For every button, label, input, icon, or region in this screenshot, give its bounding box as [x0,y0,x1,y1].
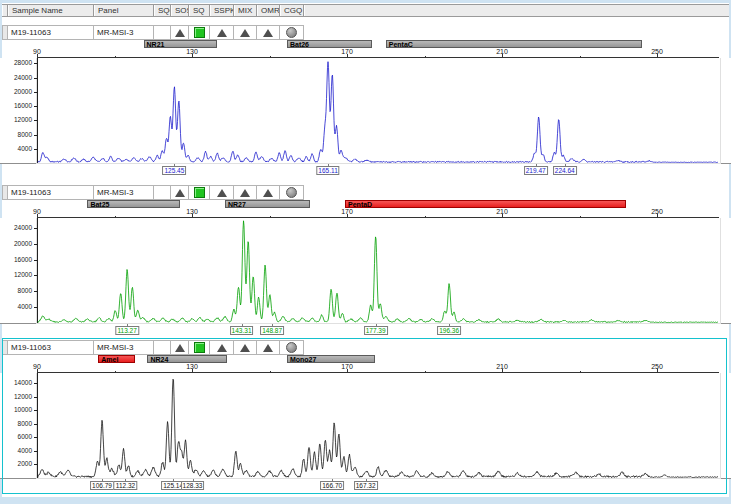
flag-cell-SOS[interactable] [171,185,189,200]
sample-row[interactable]: M19-11063 MR-MSI-3 [2,340,729,355]
allele-size-label[interactable]: 125.45 [162,166,186,175]
sample-name-cell[interactable]: M19-11063 [8,185,94,200]
header-col-OMR: OMR [257,5,280,16]
flag-cell-OMR[interactable] [257,340,280,355]
triangle-icon [175,29,185,37]
triangle-icon [217,189,227,197]
allele-size-label[interactable]: 196.36 [437,326,461,335]
allele-size-label[interactable]: 165.11 [316,166,339,175]
row-filler [304,25,729,40]
triangle-icon [175,189,185,197]
gray-circle-icon [286,342,297,353]
peak-labels-strip: 106.79112.32125.14128.33166.70167.32 [0,479,731,492]
allele-size-label[interactable]: 143.31 [230,326,254,335]
header-col-SOS: SOS [171,5,189,16]
allele-size-label[interactable]: 128.33 [181,481,205,490]
peak-labels-strip: 125.45165.11219.47224.64 [0,164,731,177]
quality-flag-cells [154,25,304,40]
allele-size-label[interactable]: 106.79 [90,481,114,490]
marker-bar-NR24: NR24 [147,355,226,363]
flag-cell-MIX[interactable] [234,340,257,355]
gray-circle-icon [286,27,297,38]
flag-cell-SQ[interactable] [189,185,210,200]
green-square-icon [194,27,205,38]
x-axis: 90130170210250 [0,208,731,218]
flag-cell-SOS[interactable] [171,340,189,355]
triangle-icon [263,29,273,37]
triangle-icon [263,189,273,197]
panel-name-cell[interactable]: MR-MSI-3 [94,340,154,355]
triangle-icon [240,29,250,37]
trace-plot-area[interactable]: 1400012000100008000600040002000 [0,373,731,479]
flag-cell-MIX[interactable] [234,25,257,40]
flag-cell-CGQ[interactable] [280,25,304,40]
triangle-icon [217,29,227,37]
flag-cell-MIX[interactable] [234,185,257,200]
samples-table-header: Sample NamePanelSQOSOSSQSSPKMIXOMRCGQ [2,4,729,17]
allele-size-label[interactable]: 167.32 [354,481,378,490]
flag-cell-SQO[interactable] [154,185,171,200]
header-col-SSPK: SSPK [210,5,234,16]
sample-name-cell[interactable]: M19-11063 [8,25,94,40]
panel-name-cell[interactable]: MR-MSI-3 [94,185,154,200]
flag-cell-SQ[interactable] [189,25,210,40]
electropherogram-trace [0,58,731,163]
sample-row[interactable]: M19-11063 MR-MSI-3 [2,185,729,200]
flag-cell-OMR[interactable] [257,185,280,200]
trace-plot-area[interactable]: 280002400020000160001200080004000 [0,58,731,164]
flag-cell-SOS[interactable] [171,25,189,40]
triangle-icon [217,344,227,352]
marker-bar-NR21: NR21 [144,40,218,48]
flag-cell-SQO[interactable] [154,25,171,40]
green-square-icon [194,187,205,198]
flag-cell-SQ[interactable] [189,340,210,355]
marker-bar-PentaC: PentaC [386,40,642,48]
panel-name-cell[interactable]: MR-MSI-3 [94,25,154,40]
triangle-icon [240,189,250,197]
row-filler [304,340,729,355]
sample-row[interactable]: M19-11063 MR-MSI-3 [2,25,729,40]
marker-bar-Bat25: Bat25 [87,200,180,208]
marker-bar-NR27: NR27 [225,200,310,208]
flag-cell-SSPK[interactable] [210,185,234,200]
header-col-CGQ: CGQ [280,5,304,16]
header-col-SQ: SQ [189,5,210,16]
header-col-MIX: MIX [234,5,257,16]
quality-flag-cells [154,185,304,200]
allele-size-label[interactable]: 166.70 [320,481,344,490]
flag-cell-SQO[interactable] [154,340,171,355]
marker-bar-Mono27: Mono27 [287,355,375,363]
flag-cell-SSPK[interactable] [210,25,234,40]
trace-plot-area[interactable]: 2400020000160001200080004000 [0,218,731,324]
header-col-Panel: Panel [94,5,154,16]
x-axis: 90130170210250 [0,363,731,373]
gray-circle-icon [286,187,297,198]
sample-name-cell[interactable]: M19-11063 [8,340,94,355]
row-filler [304,185,729,200]
marker-bar-PentaD: PentaD [345,200,626,208]
flag-cell-OMR[interactable] [257,25,280,40]
allele-size-label[interactable]: 219.47 [524,166,548,175]
flag-cell-CGQ[interactable] [280,340,304,355]
green-square-icon [194,342,205,353]
allele-size-label[interactable]: 112.32 [114,481,137,490]
allele-size-label[interactable]: 224.64 [553,166,577,175]
electropherogram-trace [0,218,731,323]
peak-labels-strip: 113.27143.31148.87177.39196.36 [0,324,731,337]
electropherogram-trace [0,373,731,478]
triangle-icon [175,344,185,352]
allele-size-label[interactable]: 113.27 [115,326,138,335]
flag-cell-SSPK[interactable] [210,340,234,355]
allele-size-label[interactable]: 177.39 [364,326,388,335]
allele-size-label[interactable]: 148.87 [260,326,284,335]
header-col-Sample Name: Sample Name [8,5,94,16]
flag-cell-CGQ[interactable] [280,185,304,200]
header-filler [304,5,729,16]
marker-bar-Amel: Amel [98,355,135,363]
triangle-icon [263,344,273,352]
marker-bar-Bat26: Bat26 [287,40,372,48]
triangle-icon [240,344,250,352]
quality-flag-cells [154,340,304,355]
x-axis: 90130170210250 [0,48,731,58]
header-col-SQO: SQO [154,5,171,16]
